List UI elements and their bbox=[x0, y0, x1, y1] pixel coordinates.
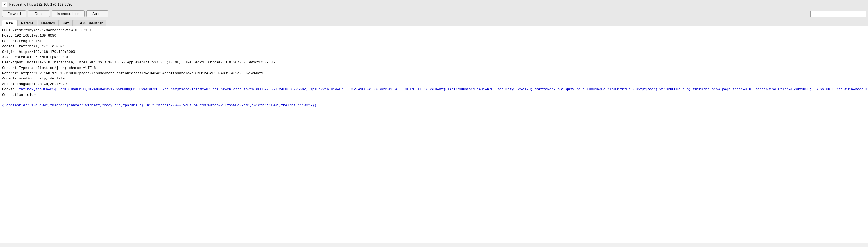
cookie-label: Cookie: bbox=[2, 87, 19, 92]
tab-raw[interactable]: Raw bbox=[2, 20, 17, 26]
tab-headers[interactable]: Headers bbox=[38, 20, 59, 26]
title-text: Request to http://192.168.170.139:8090 bbox=[9, 2, 72, 6]
action-button[interactable]: Action bbox=[86, 10, 108, 17]
forward-button[interactable]: Forward bbox=[2, 10, 26, 17]
title-icon: ✓ bbox=[2, 2, 7, 7]
tab-hex[interactable]: Hex bbox=[59, 20, 73, 26]
connection-label: Connection: close bbox=[2, 93, 38, 97]
tab-params[interactable]: Params bbox=[18, 20, 37, 26]
toolbar: Forward Drop Intercept is on Action bbox=[0, 9, 868, 19]
drop-button[interactable]: Drop bbox=[28, 10, 50, 17]
cookie-value: YhtLbaxQtsauth=B2gBBgMICldaXFMBBQMIVA8GB… bbox=[19, 87, 868, 92]
tab-json-beautifier[interactable]: JSON Beautifier bbox=[73, 20, 106, 26]
request-content[interactable]: POST /rest/tinymce/1/macro/preview HTTP/… bbox=[0, 26, 868, 243]
request-text-plain: POST /rest/tinymce/1/macro/preview HTTP/… bbox=[2, 29, 275, 86]
search-input[interactable] bbox=[810, 10, 866, 17]
intercept-button[interactable]: Intercept is on bbox=[52, 10, 85, 17]
title-bar: ✓ Request to http://192.168.170.139:8090 bbox=[0, 0, 868, 9]
body-value: {"contentId":"1343489","macro":{"name":"… bbox=[2, 104, 316, 107]
tabs-bar: Raw Params Headers Hex JSON Beautifier bbox=[0, 19, 868, 26]
